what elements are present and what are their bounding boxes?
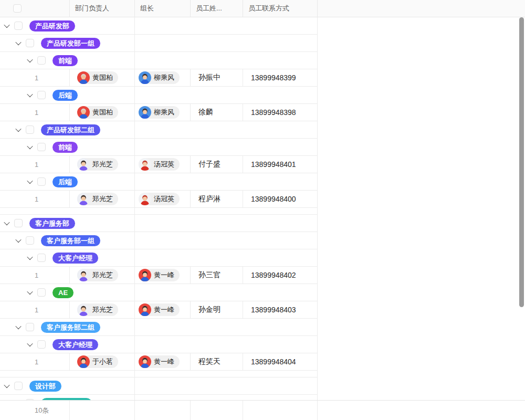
expand-arrow-icon[interactable] bbox=[26, 177, 34, 186]
row-checkbox[interactable] bbox=[37, 288, 46, 297]
row-checkbox[interactable] bbox=[14, 219, 23, 227]
row-checkbox[interactable] bbox=[37, 340, 46, 349]
person-name: 郑光芝 bbox=[92, 305, 113, 314]
group-tag: 产品研发部二组 bbox=[41, 124, 100, 135]
group-row: 大客户经理 bbox=[0, 249, 318, 267]
person-name: 黄一峰 bbox=[154, 305, 174, 314]
expand-arrow-icon[interactable] bbox=[14, 323, 23, 331]
row-checkbox[interactable] bbox=[26, 125, 34, 134]
avatar-黄一峰-icon bbox=[139, 355, 151, 368]
expand-arrow-icon[interactable] bbox=[26, 56, 34, 65]
tree-table-app: 部门负责人 组长 员工姓... 员工联系方式 产品研发部 产品研发部一组 前端 … bbox=[0, 0, 525, 420]
group-row: 设计部 bbox=[0, 377, 318, 395]
person-chip: 郑光芝 bbox=[77, 158, 118, 171]
person-chip: 郑光芝 bbox=[77, 303, 118, 316]
person-name: 郑光芝 bbox=[92, 160, 113, 169]
expand-arrow-icon[interactable] bbox=[14, 39, 23, 47]
expand-arrow-icon[interactable] bbox=[3, 382, 11, 390]
group-tag: 产品研发部一组 bbox=[41, 38, 100, 49]
row-index: 1 bbox=[0, 69, 70, 86]
leader-cell: 黄一峰 bbox=[135, 301, 191, 318]
manager-cell: 郑光芝 bbox=[70, 301, 135, 318]
row-checkbox[interactable] bbox=[37, 91, 46, 99]
manager-cell: 于小茗 bbox=[70, 353, 135, 370]
employee-phone-cell: 13899948401 bbox=[243, 156, 318, 173]
group-tag: 大客户经理 bbox=[52, 253, 98, 264]
employee-phone-cell: 13899948403 bbox=[243, 301, 318, 318]
vertical-scrollbar[interactable] bbox=[519, 17, 524, 307]
manager-cell: 郑光芝 bbox=[70, 191, 135, 207]
group-row: 产品研发部 bbox=[0, 17, 318, 35]
group-tag: 产品研发部 bbox=[29, 20, 75, 32]
leader-cell: 柳乘风 bbox=[135, 104, 191, 121]
expand-arrow-icon[interactable] bbox=[14, 236, 23, 245]
person-name: 汤冠英 bbox=[154, 194, 174, 204]
leader-cell: 汤冠英 bbox=[135, 191, 191, 207]
person-name: 黄国柏 bbox=[92, 108, 113, 117]
avatar-于小茗-icon bbox=[77, 355, 90, 368]
row-index: 1 bbox=[0, 191, 70, 207]
employee-phone-cell: 13899948398 bbox=[243, 104, 318, 121]
data-row: 1 黄国柏 柳乘风 徐麟 13899948398 bbox=[0, 104, 318, 121]
person-chip: 汤冠英 bbox=[139, 193, 180, 205]
group-tag: 后端 bbox=[52, 90, 78, 101]
expand-arrow-icon[interactable] bbox=[26, 340, 34, 349]
avatar-郑光芝-icon bbox=[77, 193, 90, 205]
select-all-checkbox[interactable] bbox=[13, 4, 22, 13]
person-name: 柳乘风 bbox=[154, 73, 174, 82]
avatar-黄国柏-icon bbox=[77, 106, 90, 119]
row-checkbox[interactable] bbox=[26, 323, 34, 331]
expand-arrow-icon[interactable] bbox=[26, 91, 34, 99]
avatar-汤冠英-icon bbox=[139, 158, 151, 171]
group-row: 后端 bbox=[0, 173, 318, 191]
data-row: 1 郑光芝 黄一峰 孙金明 13899948403 bbox=[0, 301, 318, 319]
spacer-row bbox=[0, 371, 318, 377]
person-chip: 黄国柏 bbox=[77, 106, 118, 119]
group-tag: AE bbox=[52, 287, 74, 298]
table-header: 部门负责人 组长 员工姓... 员工联系方式 bbox=[0, 0, 525, 17]
row-checkbox[interactable] bbox=[37, 56, 46, 65]
person-name: 于小茗 bbox=[92, 357, 113, 366]
employee-name-cell: 付子盛 bbox=[191, 156, 243, 173]
row-checkbox[interactable] bbox=[26, 39, 34, 47]
row-checkbox[interactable] bbox=[37, 177, 46, 186]
group-row: 客户服务部二组 bbox=[0, 319, 318, 336]
expand-arrow-icon[interactable] bbox=[26, 254, 34, 262]
manager-cell: 黄国柏 bbox=[70, 104, 135, 121]
expand-arrow-icon[interactable] bbox=[14, 125, 23, 134]
row-checkbox[interactable] bbox=[14, 382, 23, 390]
table-body: 产品研发部 产品研发部一组 前端 1 黄国柏 bbox=[0, 17, 525, 400]
person-chip: 黄一峰 bbox=[139, 303, 180, 316]
expand-arrow-icon[interactable] bbox=[3, 219, 11, 227]
header-cell-select bbox=[0, 0, 70, 17]
expand-arrow-icon[interactable] bbox=[26, 288, 34, 297]
employee-name-cell: 程笑天 bbox=[191, 353, 243, 370]
data-row: 1 黄国柏 柳乘风 孙振中 13899948399 bbox=[0, 69, 318, 87]
person-chip: 黄一峰 bbox=[139, 269, 180, 281]
row-checkbox[interactable] bbox=[26, 236, 34, 245]
employee-name-cell: 徐麟 bbox=[191, 104, 243, 121]
person-name: 黄一峰 bbox=[154, 270, 174, 280]
row-checkbox[interactable] bbox=[37, 143, 46, 151]
person-chip: 于小茗 bbox=[77, 355, 118, 368]
person-chip: 郑光芝 bbox=[77, 193, 118, 205]
avatar-郑光芝-icon bbox=[77, 269, 90, 281]
group-row: 产品研发部二组 bbox=[0, 121, 318, 139]
leader-cell: 黄一峰 bbox=[135, 353, 191, 370]
header-cell-filler bbox=[318, 0, 525, 17]
expand-arrow-icon[interactable] bbox=[26, 143, 34, 151]
group-row: 客户服务部一组 bbox=[0, 232, 318, 249]
row-index: 1 bbox=[0, 104, 70, 121]
row-checkbox[interactable] bbox=[14, 22, 23, 30]
group-row: 客户服务部 bbox=[0, 215, 318, 232]
expand-arrow-icon[interactable] bbox=[3, 22, 11, 30]
header-cell-employee: 员工姓... bbox=[191, 0, 243, 17]
avatar-汤冠英-icon bbox=[139, 193, 151, 205]
row-checkbox[interactable] bbox=[37, 254, 46, 262]
row-index: 1 bbox=[0, 301, 70, 318]
employee-phone-cell: 13899948404 bbox=[243, 353, 318, 370]
person-name: 黄国柏 bbox=[92, 73, 113, 82]
avatar-郑光芝-icon bbox=[77, 303, 90, 316]
group-row: 前端 bbox=[0, 139, 318, 156]
header-cell-manager: 部门负责人 bbox=[70, 0, 135, 17]
